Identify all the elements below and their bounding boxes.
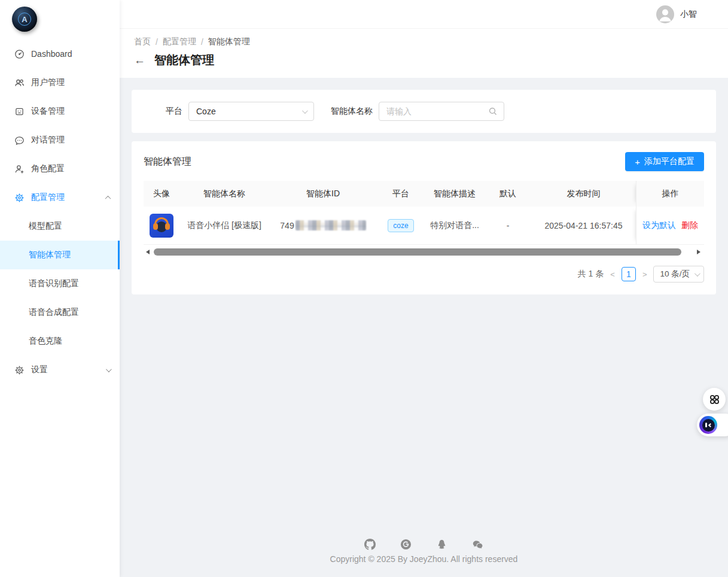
horizontal-scrollbar: [144, 248, 704, 256]
agent-name-input[interactable]: [386, 107, 488, 116]
actions-cell: 设为默认 删除: [636, 206, 704, 244]
col-publish-time: 发布时间: [531, 189, 636, 199]
agent-name-field: [379, 102, 504, 121]
platform-select[interactable]: Coze: [188, 102, 314, 121]
col-description: 智能体描述: [425, 189, 485, 199]
agent-description: 特别对语音...: [425, 220, 485, 231]
back-arrow-icon[interactable]: ←: [134, 54, 145, 66]
pagination-prev-icon[interactable]: <: [609, 270, 616, 279]
sidebar-item-label: 角色配置: [31, 163, 65, 174]
chevron-down-icon: [302, 108, 308, 114]
sidebar-subitem-label: 模型配置: [29, 221, 62, 232]
sidebar-item-users[interactable]: 用户管理: [0, 68, 120, 97]
add-button-label: 添加平台配置: [644, 156, 695, 167]
avatar-headphone-ear: [153, 223, 158, 230]
username: 小智: [680, 9, 697, 20]
sidebar-menu: Dashboard 用户管理 设备管理 对话管理 角色配置 配置管理: [0, 38, 120, 384]
sidebar-subitem-asr-config[interactable]: 语音识别配置: [0, 269, 120, 298]
sidebar-item-label: 设置: [31, 365, 48, 375]
sidebar-item-conversations[interactable]: 对话管理: [0, 126, 120, 154]
sidebar-item-label: 配置管理: [31, 192, 65, 203]
sidebar-subitem-voice-clone[interactable]: 音色克隆: [0, 327, 120, 356]
plus-icon: +: [635, 157, 640, 166]
github-icon[interactable]: [364, 539, 376, 550]
app-logo[interactable]: A: [0, 0, 120, 38]
team-icon: [14, 78, 25, 88]
robot-eye: [708, 423, 712, 427]
chevron-down-icon: [695, 271, 700, 277]
agent-name: 语音小伴侣 [极速版]: [179, 220, 269, 231]
content: 平台 Coze 智能体名称 智能体管理 + 添加平台配置: [120, 78, 728, 577]
breadcrumb-separator: /: [201, 37, 203, 47]
sidebar: A Dashboard 用户管理 设备管理 对话管理 角色配置: [0, 0, 120, 577]
avatar-headphone-ear: [165, 223, 170, 230]
robot-face-icon: [699, 416, 717, 434]
sidebar-item-dashboard[interactable]: Dashboard: [0, 40, 120, 68]
user-menu[interactable]: 小智: [656, 5, 697, 23]
sidebar-subitem-model-config[interactable]: 模型配置: [0, 212, 120, 241]
agent-id-cell: 749: [269, 220, 377, 230]
breadcrumb-separator: /: [156, 37, 158, 47]
wechat-icon[interactable]: [472, 539, 483, 550]
agent-table: 头像 智能体名称 智能体ID 平台 智能体描述 默认 发布时间 操作: [144, 181, 704, 245]
scroll-right-arrow-icon[interactable]: [697, 250, 700, 254]
sidebar-item-config[interactable]: 配置管理: [0, 183, 120, 212]
quick-apps-button[interactable]: [703, 388, 726, 411]
publish-time: 2025-04-21 16:57:45: [531, 221, 636, 230]
gitee-icon[interactable]: [400, 539, 412, 550]
breadcrumb-config[interactable]: 配置管理: [163, 37, 196, 47]
pagination-next-icon[interactable]: >: [641, 270, 648, 279]
sidebar-subitem-agent-management[interactable]: 智能体管理: [0, 241, 120, 269]
scroll-left-arrow-icon[interactable]: [146, 250, 150, 254]
device-icon: [14, 107, 25, 117]
main-area: 小智 首页 / 配置管理 / 智能体管理 ← 智能体管理 平台 Coze: [120, 0, 728, 577]
breadcrumb-current: 智能体管理: [208, 37, 250, 47]
agent-name-label: 智能体名称: [331, 106, 373, 117]
topbar: 小智: [120, 0, 728, 29]
sidebar-item-settings[interactable]: 设置: [0, 356, 120, 384]
page-size-select[interactable]: 10 条/页: [653, 266, 704, 283]
sidebar-item-roles[interactable]: 角色配置: [0, 154, 120, 183]
apps-grid-icon: [709, 394, 720, 405]
pagination-page-1[interactable]: 1: [622, 267, 636, 281]
sidebar-subitem-tts-config[interactable]: 语音合成配置: [0, 298, 120, 327]
sidebar-subitem-label: 智能体管理: [29, 250, 71, 260]
qq-icon[interactable]: [436, 539, 447, 550]
chevron-down-icon: [106, 366, 112, 372]
page-header: 首页 / 配置管理 / 智能体管理 ← 智能体管理: [120, 29, 728, 78]
copyright-text: Copyright © 2025 By JoeyZhou. All rights…: [132, 554, 716, 564]
set-default-link[interactable]: 设为默认: [642, 220, 676, 231]
ai-assistant-button[interactable]: [697, 414, 728, 436]
filter-card: 平台 Coze 智能体名称: [132, 90, 716, 133]
platform-cell: coze: [377, 219, 425, 232]
card-title: 智能体管理: [144, 156, 191, 168]
pagination: 共 1 条 < 1 > 10 条/页: [144, 266, 704, 286]
col-agent-id: 智能体ID: [269, 189, 377, 199]
robot-eye: [705, 423, 707, 427]
sidebar-subitem-label: 语音合成配置: [29, 307, 79, 318]
platform-tag: coze: [388, 219, 413, 232]
pagination-total: 共 1 条: [578, 269, 604, 280]
search-icon[interactable]: [488, 107, 498, 116]
col-platform: 平台: [377, 189, 425, 199]
sidebar-item-label: Dashboard: [31, 49, 72, 59]
col-default: 默认: [485, 189, 531, 199]
footer-icons: [132, 539, 716, 550]
scrollbar-thumb[interactable]: [154, 248, 681, 256]
table-header-row: 头像 智能体名称 智能体ID 平台 智能体描述 默认 发布时间 操作: [144, 181, 704, 206]
logo-letter: A: [18, 13, 31, 26]
sidebar-item-devices[interactable]: 设备管理: [0, 97, 120, 126]
user-avatar: [656, 5, 674, 23]
delete-link[interactable]: 删除: [681, 220, 698, 231]
breadcrumb-home[interactable]: 首页: [134, 37, 151, 47]
default-flag: -: [485, 221, 531, 230]
sidebar-item-label: 用户管理: [31, 77, 65, 88]
agent-id-redacted: [296, 220, 366, 230]
col-avatar: 头像: [144, 189, 179, 199]
robot-face-inner: [702, 419, 715, 432]
agent-avatar-cell: [144, 214, 179, 238]
dashboard-icon: [14, 49, 25, 59]
gear-icon: [14, 193, 25, 203]
add-platform-config-button[interactable]: + 添加平台配置: [625, 152, 704, 171]
sidebar-subitem-label: 音色克隆: [29, 336, 62, 347]
